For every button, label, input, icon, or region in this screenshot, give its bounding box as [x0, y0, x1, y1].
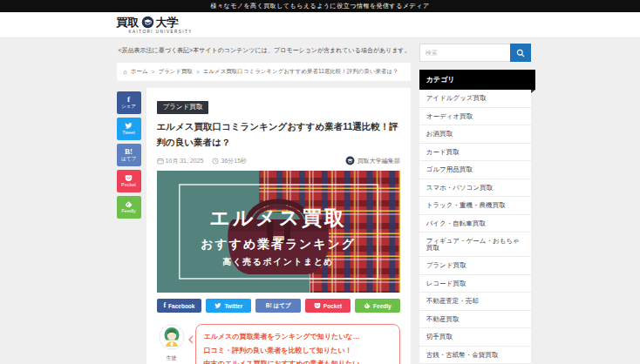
category-item[interactable]: カード買取: [419, 144, 531, 162]
site-logo[interactable]: 買取 大学 KAITORI UNIVERSITY: [117, 16, 193, 35]
logo-text-left: 買取: [117, 17, 140, 28]
twitter-share-button-wide[interactable]: Twitter: [206, 299, 251, 313]
pocket-share-label: Pocket: [121, 183, 136, 188]
article-meta: 10月 31, 2025 36分15秒 買取大学編集部: [157, 156, 400, 165]
hatena-share-label: はてブ: [121, 157, 136, 162]
category-item[interactable]: 切手買取: [419, 328, 531, 347]
hero-image: エルメス買取 おすすめ業者ランキング 高く売るポイントまとめ: [157, 171, 400, 293]
category-item[interactable]: アイドルグッズ買取: [419, 90, 531, 108]
category-item[interactable]: お酒買取: [419, 125, 531, 144]
breadcrumb-current-page: エルメス買取口コミランキングおすすめ業者11選比較！評判の良い業者は？: [203, 68, 398, 76]
search-icon: [516, 49, 525, 57]
bubble-line: エルメスの買取業者をランキングで知りたいな…: [204, 330, 391, 344]
feedly-label: Feedly: [373, 303, 391, 309]
facebook-icon: f: [163, 302, 166, 309]
calendar-icon: [157, 158, 164, 165]
author-link[interactable]: 買取大学編集部: [345, 156, 400, 165]
category-item[interactable]: 不動産査定・売却: [419, 293, 531, 311]
category-list: アイドルグッズ買取 オーディオ買取 お酒買取 カード買取 ゴルフ用品買取 スマホ…: [419, 90, 531, 364]
breadcrumb-separator: >: [196, 69, 200, 75]
hatena-label: B! はてブ: [266, 302, 291, 310]
feedly-icon: [364, 302, 371, 309]
home-icon: ⌂: [124, 69, 127, 75]
top-tagline-bar: 様々なモノを高く買取してもらえるように役立つ情報を発信するメディア: [0, 0, 640, 12]
share-rail: f シェア Tweet B! はてブ Pocket Feedly: [117, 88, 141, 364]
facebook-label: Facebook: [168, 303, 194, 309]
article-card: ブランド買取 エルメス買取口コミランキングおすすめ業者11選比較！評判の良い業者…: [146, 88, 411, 364]
hero-title: エルメス買取: [209, 206, 346, 229]
sidebar-search: [419, 44, 531, 62]
bubble-line: 口コミ・評判の良い業者を比較して知りたい！: [204, 344, 391, 358]
breadcrumb: ⌂ ホーム > ブランド買取 > エルメス買取口コミランキングおすすめ業者11選…: [117, 63, 411, 81]
facebook-share-button[interactable]: f シェア: [117, 91, 141, 114]
pocket-share-button-wide[interactable]: Pocket: [305, 299, 351, 313]
share-button-row: f Facebook Twitter B! はてブ Pocket: [157, 299, 400, 313]
facebook-icon: f: [127, 96, 130, 104]
pocket-icon: [314, 302, 321, 309]
pocket-share-button[interactable]: Pocket: [117, 170, 141, 192]
category-item[interactable]: レコード買取: [419, 275, 531, 293]
facebook-share-label: シェア: [121, 104, 136, 110]
category-item[interactable]: バイク・自転車買取: [419, 215, 531, 233]
twitter-share-label: Tweet: [122, 131, 135, 136]
search-button[interactable]: [510, 44, 531, 62]
twitter-label: Twitter: [224, 303, 242, 309]
hero-caption: 高く売るポイントまとめ: [222, 257, 334, 267]
speaker: 生徒: [157, 324, 187, 362]
search-input[interactable]: [419, 44, 510, 62]
facebook-share-button-wide[interactable]: f Facebook: [157, 299, 202, 313]
bubble-line: 中古のエルメス買取におすすめの業者も知りたい…: [204, 357, 391, 364]
graduation-cap-icon: [141, 16, 154, 29]
feedly-icon: [125, 200, 133, 208]
speech-bubble-row: 生徒 エルメスの買取業者をランキングで知りたいな… 口コミ・評判の良い業者を比較…: [157, 324, 400, 364]
breadcrumb-separator: >: [152, 69, 155, 75]
category-item[interactable]: フィギュア・ゲーム・おもちゃ買取: [419, 233, 531, 257]
twitter-share-button[interactable]: Tweet: [117, 118, 141, 140]
breadcrumb-home[interactable]: ホーム: [131, 68, 148, 76]
feedly-share-button-wide[interactable]: Feedly: [355, 299, 400, 313]
hatena-share-button-wide[interactable]: B! はてブ: [255, 299, 301, 313]
category-item[interactable]: スマホ・パソコン買取: [419, 179, 531, 198]
publish-date: 10月 31, 2025: [166, 157, 204, 165]
logo-subtitle: KAITORI UNIVERSITY: [129, 30, 193, 35]
logo-text-right: 大学: [156, 17, 179, 28]
read-time: 36分15秒: [221, 157, 247, 165]
twitter-bird-icon: [214, 302, 221, 309]
category-widget-title: カテゴリ: [419, 70, 535, 90]
author-name: 買取大学編集部: [357, 157, 400, 165]
feedly-share-button[interactable]: Feedly: [117, 196, 141, 219]
clock-icon: [212, 158, 219, 165]
category-item[interactable]: ゴルフ用品買取: [419, 161, 531, 179]
main-column: <景品表示法に基づく表記>本サイトのコンテンツには、プロモーションが含まれている…: [117, 44, 411, 364]
pocket-icon: [125, 174, 133, 182]
speech-bubble: エルメスの買取業者をランキングで知りたいな… 口コミ・評判の良い業者を比較して知…: [195, 324, 400, 364]
promotion-disclosure: <景品表示法に基づく表記>本サイトのコンテンツには、プロモーションが含まれている…: [119, 46, 411, 55]
category-item[interactable]: オーディオ買取: [419, 108, 531, 126]
student-avatar: [159, 324, 185, 350]
speaker-label: 生徒: [157, 354, 187, 362]
category-item[interactable]: 不動産買取: [419, 311, 531, 329]
breadcrumb-category[interactable]: ブランド買取: [158, 68, 193, 76]
twitter-bird-icon: [125, 122, 133, 130]
category-item[interactable]: ブランド買取: [419, 257, 531, 275]
sidebar: カテゴリ アイドルグッズ買取 オーディオ買取 お酒買取 カード買取 ゴルフ用品買…: [419, 44, 531, 364]
hatena-icon: B!: [125, 148, 133, 156]
category-item[interactable]: 古銭・古紙幣・金貨買取: [419, 347, 531, 364]
pocket-label: Pocket: [323, 303, 342, 309]
category-badge[interactable]: ブランド買取: [157, 101, 209, 114]
hero-subtitle: おすすめ業者ランキング: [201, 237, 356, 251]
author-avatar-icon: [345, 156, 355, 165]
site-tagline: 様々なモノを高く買取してもらえるように役立つ情報を発信するメディア: [210, 3, 429, 9]
article-title: エルメス買取口コミランキングおすすめ業者11選比較！評判の良い業者は？: [157, 118, 400, 151]
category-item[interactable]: トラック・重機・農機買取: [419, 197, 531, 215]
feedly-share-label: Feedly: [121, 209, 136, 214]
hatena-share-button[interactable]: B! はてブ: [117, 144, 141, 166]
site-header: 買取 大学 KAITORI UNIVERSITY: [0, 12, 640, 38]
